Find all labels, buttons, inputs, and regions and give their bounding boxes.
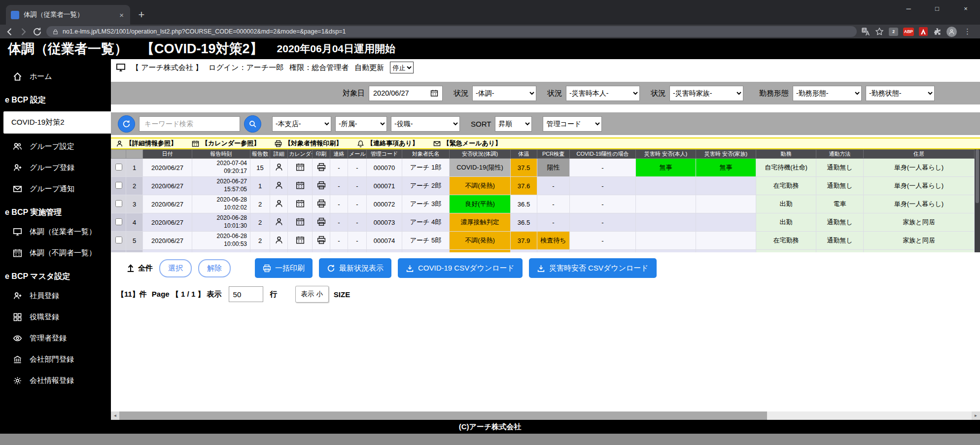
- keyword-search-input[interactable]: [139, 116, 240, 132]
- row-print-icon[interactable]: [317, 163, 326, 171]
- row-print-icon[interactable]: [317, 236, 326, 244]
- horizontal-scrollbar[interactable]: ◄ ►: [111, 411, 980, 420]
- browser-menu-icon[interactable]: ⋮: [962, 27, 973, 36]
- display-size-button[interactable]: 表示 小: [295, 286, 329, 303]
- sidebar-item[interactable]: グループ登録: [0, 157, 111, 178]
- row-calendar-icon[interactable]: [296, 217, 305, 226]
- sidebar-item[interactable]: 体調（従業者一覧）: [0, 221, 111, 242]
- sidebar-item[interactable]: 管理者登録: [0, 328, 111, 349]
- target-date-input[interactable]: 2020/06/27: [369, 86, 443, 101]
- search-icon: [248, 120, 257, 128]
- anpi-self-cell: [636, 177, 696, 195]
- detail-icon[interactable]: [275, 236, 283, 244]
- scroll-right-icon[interactable]: ►: [972, 411, 980, 420]
- detail-icon[interactable]: [275, 199, 283, 208]
- sidebar-item[interactable]: 会社情報登録: [0, 370, 111, 391]
- sidebar-item[interactable]: 社員登録: [0, 285, 111, 307]
- monitor-icon: [116, 63, 126, 72]
- code-cell: 000070: [367, 159, 402, 177]
- row-calendar-icon[interactable]: [296, 163, 305, 171]
- select-button[interactable]: 選択: [159, 259, 192, 277]
- profile-avatar[interactable]: [946, 27, 957, 37]
- work-style-filter-select[interactable]: -勤務形態-: [793, 86, 862, 101]
- address-bar[interactable]: no1.e-lms.jp/LMS2/1001/operation_lst2.ph…: [46, 26, 857, 37]
- browser-tab[interactable]: 体調（従業者一覧） ×: [6, 5, 130, 25]
- detail-cell: [270, 195, 288, 213]
- row-checkbox[interactable]: [115, 218, 122, 225]
- column-header: PCR検査: [537, 150, 570, 159]
- extension-badge-icon[interactable]: 2: [889, 28, 898, 36]
- department-filter-select[interactable]: -所属-: [335, 116, 387, 132]
- covid-csv-download-button[interactable]: COVID-19 CSVダウンロード: [398, 258, 523, 278]
- column-header: 連絡: [330, 150, 348, 159]
- sidebar-item[interactable]: グループ通知: [0, 178, 111, 200]
- legend-item: 【緊急メールあり】: [433, 139, 501, 148]
- sidebar-item-label: e BCP マスタ設定: [5, 272, 70, 280]
- extensions-puzzle-icon[interactable]: [933, 27, 942, 36]
- tab-close-icon[interactable]: ×: [118, 11, 125, 19]
- bookmark-star-icon[interactable]: [875, 27, 884, 36]
- scrollbar-track[interactable]: [119, 411, 972, 420]
- disaster-family-filter-select[interactable]: -災害時家族-: [669, 86, 743, 101]
- login-user: ログイン：アーチ一郎: [209, 63, 283, 72]
- search-button[interactable]: [244, 115, 261, 133]
- column-header: 安否状況(体調): [450, 150, 511, 159]
- detail-icon[interactable]: [275, 163, 283, 171]
- translate-icon[interactable]: A: [861, 27, 870, 36]
- table-vertical-scrollbar[interactable]: [975, 149, 980, 252]
- row-print-icon[interactable]: [317, 181, 326, 190]
- table-row: 32020/06/272020-06-2810:02:022--000072アー…: [111, 195, 975, 213]
- batch-print-button[interactable]: 一括印刷: [255, 258, 313, 278]
- latest-status-button[interactable]: 最新状況表示: [319, 258, 391, 278]
- sort-field-select[interactable]: 管理コード: [543, 116, 602, 132]
- forward-icon[interactable]: [19, 27, 28, 36]
- disaster-csv-download-button[interactable]: 災害時安否 CSVダウンロード: [529, 258, 657, 278]
- close-button[interactable]: ×: [951, 0, 980, 17]
- sort-order-select[interactable]: 昇順: [495, 116, 532, 132]
- sidebar-item[interactable]: グループ設定: [0, 136, 111, 157]
- printer-icon: [263, 264, 271, 273]
- sidebar-item[interactable]: 役職登録: [0, 307, 111, 328]
- row-checkbox[interactable]: [115, 200, 122, 207]
- sidebar-item-selected[interactable]: COVID-19対策2: [3, 111, 111, 134]
- branch-filter-select[interactable]: -本支店-: [272, 116, 331, 132]
- select-all-control[interactable]: 全件: [126, 263, 153, 273]
- disaster-self-filter-select[interactable]: -災害時本人-: [566, 86, 640, 101]
- code-cell: 000071: [367, 177, 402, 195]
- row-checkbox[interactable]: [115, 237, 122, 243]
- minimize-button[interactable]: ─: [894, 0, 923, 17]
- adblock-extension-icon[interactable]: ABP: [903, 28, 914, 36]
- row-calendar-icon[interactable]: [296, 236, 305, 244]
- column-header: 災害時 安否(家族): [696, 150, 756, 159]
- reload-icon[interactable]: [33, 27, 42, 36]
- work-status-filter-select[interactable]: -勤務状態-: [866, 86, 935, 101]
- code-cell: 000073: [367, 213, 402, 232]
- sidebar-item-label: COVID-19対策2: [11, 118, 65, 126]
- sidebar-item[interactable]: 会社部門登録: [0, 349, 111, 370]
- pdf-extension-icon[interactable]: [919, 27, 928, 36]
- row-calendar-icon[interactable]: [296, 199, 305, 208]
- rows-per-page-input[interactable]: [229, 286, 263, 302]
- row-calendar-icon[interactable]: [296, 181, 305, 190]
- row-checkbox[interactable]: [115, 182, 122, 189]
- new-tab-button[interactable]: +: [133, 6, 150, 23]
- row-print-icon[interactable]: [317, 199, 326, 208]
- sidebar-item[interactable]: 体調（不調者一覧）: [0, 242, 111, 264]
- scrollbar-thumb[interactable]: [119, 411, 767, 420]
- scroll-left-icon[interactable]: ◄: [111, 411, 119, 420]
- maximize-button[interactable]: □: [923, 0, 951, 17]
- sidebar-item[interactable]: ホーム: [0, 66, 111, 87]
- back-icon[interactable]: [5, 27, 14, 36]
- select-all-icon: [126, 263, 136, 273]
- condition-filter-select[interactable]: -体調-: [472, 86, 536, 101]
- row-print-icon[interactable]: [317, 217, 326, 226]
- row-checkbox[interactable]: [115, 164, 122, 171]
- detail-icon[interactable]: [275, 181, 283, 190]
- deselect-button[interactable]: 解除: [198, 259, 231, 277]
- detail-icon[interactable]: [275, 217, 283, 226]
- refresh-button[interactable]: [118, 115, 135, 133]
- auto-refresh-select[interactable]: 停止: [390, 62, 414, 73]
- scrollbar-thumb[interactable]: [976, 149, 979, 203]
- page-title: 体調（従業者一覧） 【COVID-19対策2】: [8, 40, 263, 58]
- position-filter-select[interactable]: -役職-: [391, 116, 460, 132]
